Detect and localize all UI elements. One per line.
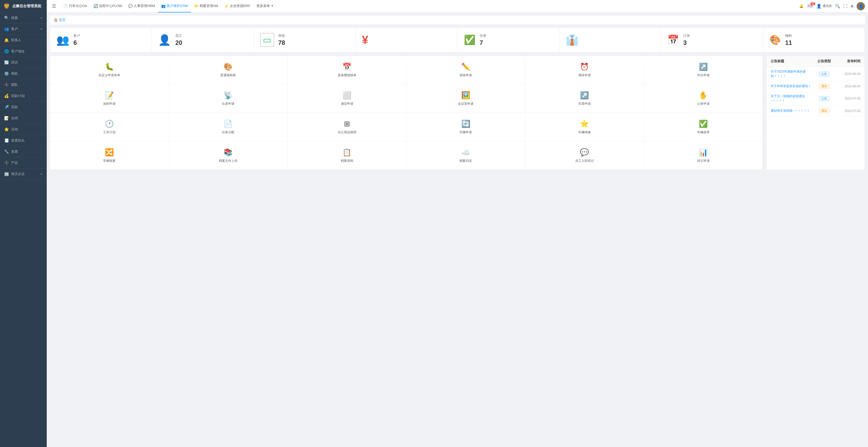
sidebar-item-invoice-header[interactable]: 🧾 发票抬头: [0, 135, 47, 146]
sidebar-item-payment[interactable]: ✈️ 回款: [0, 102, 47, 113]
app-icon-20: 📋: [342, 148, 351, 157]
product-icon: ➕: [4, 161, 9, 165]
sidebar-item-customers[interactable]: 👥 客户 ▼: [0, 24, 47, 35]
sidebar-item-team[interactable]: ➕ 团队: [0, 79, 47, 91]
app-item-17[interactable]: ✅ 车辆保养: [644, 113, 763, 141]
app-item-15[interactable]: 🔄 车辆申请: [406, 113, 525, 141]
app-label-2: 差旅费报销单: [338, 73, 356, 77]
app-item-23[interactable]: 📊 转正申请: [644, 141, 763, 170]
nav-item-hrm[interactable]: 💬 人事管理HRM: [125, 0, 158, 12]
customer-stat-label: 客户: [73, 33, 80, 38]
app-item-16[interactable]: ⭐ 车辆维修: [525, 113, 644, 141]
app-item-18[interactable]: 🔀 车辆报废: [50, 141, 169, 170]
font-size-button[interactable]: A: [850, 4, 854, 8]
app-icon-11: ✋: [699, 91, 708, 100]
announcement-row[interactable]: 关于2023年调薪申请的通知！！！！ 公告 2023-06-04: [767, 67, 865, 81]
app-item-1[interactable]: 🎨 普通报销单: [169, 56, 288, 84]
ann-type-3: 通知: [814, 108, 835, 113]
app-label-11: 公章申请: [697, 102, 710, 106]
team-icon: ➕: [4, 82, 9, 87]
announcement-row[interactable]: 关于年终奖提前发放的通知！ 通知 2023-06-04: [767, 81, 865, 92]
app-item-2[interactable]: 📅 差旅费报销单: [288, 56, 406, 84]
address-book-button[interactable]: 👤 通讯录: [816, 4, 832, 8]
app-item-22[interactable]: 💬 员工入职登记: [525, 141, 644, 170]
employee-stat-icon: 👤: [158, 34, 171, 46]
nav-item-am[interactable]: 📁 档案管理AM: [191, 0, 221, 12]
sidebar-item-invoice[interactable]: 🔧 发票: [0, 146, 47, 158]
sidebar-item-revisit[interactable]: 🔄 回访: [0, 57, 47, 68]
app-item-8[interactable]: ⬜ 酒店申请: [288, 84, 406, 113]
app-item-19[interactable]: 📚 档案文件上传: [169, 141, 288, 170]
app-label-18: 车辆报废: [103, 159, 116, 163]
stat-card-order[interactable]: 📅 订单 3: [661, 28, 763, 52]
app-label-22: 员工入职登记: [575, 159, 594, 163]
breadcrumb-home[interactable]: 首页: [54, 18, 66, 22]
ann-date-2: 2022-07-05: [835, 97, 861, 100]
ann-date-1: 2023-06-04: [835, 84, 861, 88]
app-item-4[interactable]: ⏰ 调休申请: [525, 56, 644, 84]
nav-item-more[interactable]: 更多菜单 ▼: [253, 0, 277, 12]
sidebar-item-address[interactable]: 🌐 客户地址: [0, 46, 47, 57]
app-item-0[interactable]: 🐛 自定义申请表单: [50, 56, 169, 84]
app-item-21[interactable]: ☁️ 档案归还: [406, 141, 525, 170]
app-item-11[interactable]: ✋ 公章申请: [644, 84, 763, 113]
stat-card-employee[interactable]: 👤 员工 20: [152, 28, 253, 52]
sidebar-item-related-company[interactable]: 🏢 相关企业 ▼: [0, 169, 47, 180]
notification-button[interactable]: 🔔 41 消息: [799, 4, 813, 8]
stat-card-tie[interactable]: 👔: [559, 28, 661, 52]
app-item-14[interactable]: ⊞ 办公用品领用: [288, 113, 406, 141]
stat-card-approval[interactable]: ▭ 审批 78: [254, 28, 355, 52]
app-item-7[interactable]: 📡 出差申请: [169, 84, 288, 113]
order-stat-icon: 📅: [668, 34, 679, 45]
breadcrumb: 首页: [50, 15, 865, 24]
fullscreen-button[interactable]: ⛶: [843, 4, 847, 8]
nav-item-oa[interactable]: 📄 日常办公OA: [60, 0, 90, 12]
app-label-21: 档案归还: [459, 159, 472, 163]
sidebar-item-payment-plan[interactable]: 💰 回款计划: [0, 91, 47, 102]
sidebar-item-activity[interactable]: ⭐ 活动: [0, 124, 47, 135]
ann-col-date: 发布时间: [835, 59, 861, 64]
stat-card-material[interactable]: 🎨 物料 11: [763, 28, 865, 52]
app-label-9: 会议室申请: [458, 102, 473, 106]
menu-toggle-button[interactable]: ☰: [50, 2, 58, 10]
app-label-7: 出差申请: [222, 102, 235, 106]
sidebar-item-opportunity[interactable]: ⚙️ 商机: [0, 68, 47, 79]
related-company-arrow: ▼: [40, 173, 42, 175]
customers-icon: 👥: [4, 27, 9, 31]
announcement-row[interactable]: 关于五一假期的放假通知~！！！！ 公告 2022-07-05: [767, 92, 865, 106]
app-item-10[interactable]: ↗️ 车票申请: [525, 84, 644, 113]
app-item-5[interactable]: ↗️ 外出申请: [644, 56, 763, 84]
logo-area: 🦁 点狮后台管理系统: [0, 0, 47, 12]
approval-stat-icon: ▭: [260, 33, 274, 47]
sidebar-item-contract[interactable]: 📝 合同: [0, 113, 47, 124]
sidebar-item-product[interactable]: ➕ 产品: [0, 158, 47, 169]
app-grid: 🐛 自定义申请表单 🎨 普通报销单 📅 差旅费报销单 ✏️ 请假申请 ⏰ 调休申…: [50, 56, 763, 170]
app-item-6[interactable]: 📝 加班申请: [50, 84, 169, 113]
ann-date-0: 2023-06-04: [835, 72, 861, 76]
clues-icon: 🔍: [4, 15, 9, 20]
app-icon-23: 📊: [699, 148, 708, 157]
stat-card-customer[interactable]: 👥 客户 6: [50, 28, 152, 52]
stat-card-money[interactable]: ¥: [355, 28, 457, 52]
logo-text: 点狮后台管理系统: [12, 4, 41, 8]
search-button[interactable]: 🔍: [835, 4, 840, 8]
nav-item-erp[interactable]: ⚡ 企业资源ERP: [221, 0, 253, 12]
app-icon-5: ↗️: [699, 63, 708, 71]
nav-item-crm[interactable]: 👥 客户维护CRM: [158, 0, 191, 12]
payment-plan-icon: 💰: [4, 94, 9, 98]
stat-card-task[interactable]: ✅ 任务 7: [458, 28, 559, 52]
sidebar-item-contacts[interactable]: 🔔 联系人: [0, 35, 47, 46]
grid-announcements-container: 🐛 自定义申请表单 🎨 普通报销单 📅 差旅费报销单 ✏️ 请假申请 ⏰ 调休申…: [50, 56, 865, 170]
ann-title-0: 关于2023年调薪申请的通知！！！！: [771, 69, 814, 78]
app-item-9[interactable]: 🖼️ 会议室申请: [406, 84, 525, 113]
announcement-rows: 关于2023年调薪申请的通知！！！！ 公告 2023-06-04 关于年终奖提前…: [767, 67, 865, 116]
app-item-13[interactable]: 📄 任务分配: [169, 113, 288, 141]
app-item-20[interactable]: 📋 档案借阅: [288, 141, 406, 170]
user-avatar[interactable]: 👤: [857, 2, 865, 10]
nav-item-flow[interactable]: 🔄 流程中心FLOW: [90, 0, 125, 12]
app-item-3[interactable]: ✏️ 请假申请: [406, 56, 525, 84]
sidebar-item-clues[interactable]: 🔍 线索 ▼: [0, 12, 47, 24]
announcement-row[interactable]: 通知明天加班咯~！！！！！ 通知 2022-07-05: [767, 106, 865, 116]
app-item-12[interactable]: 🕐 工作计划: [50, 113, 169, 141]
hrm-icon: 💬: [128, 4, 133, 8]
